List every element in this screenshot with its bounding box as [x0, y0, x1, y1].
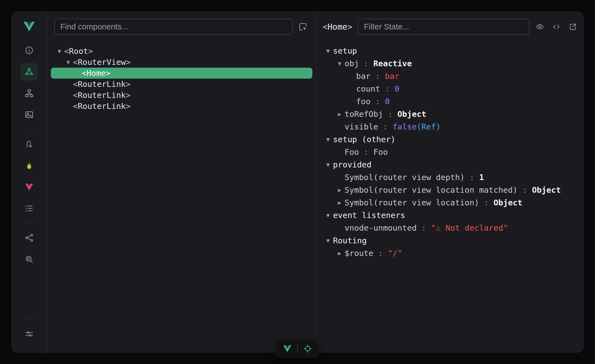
section-title: event listeners: [333, 211, 405, 220]
inspector-eye-icon: [536, 23, 544, 31]
open-external-icon: [569, 23, 577, 31]
state-row-obj[interactable]: ▼obj : Reactive: [316, 57, 584, 70]
caret-down-icon[interactable]: ▼: [55, 49, 64, 54]
state-value: Reactive: [373, 59, 412, 68]
tree-node-routerview[interactable]: ▼<RouterView>: [48, 57, 316, 68]
state-section-provided[interactable]: ▼provided: [316, 158, 584, 171]
component-tag: <RouterLink>: [73, 79, 131, 89]
state-key: foo: [356, 97, 370, 106]
state-row-symbol-router-view-location[interactable]: ▶Symbol(router view location) : Object: [316, 196, 584, 209]
state-key: visible: [345, 122, 378, 131]
tree-node-root[interactable]: ▼<Root>: [48, 46, 316, 57]
state-row-$route[interactable]: ▶$route : "/": [316, 247, 584, 260]
state-section-event-listeners[interactable]: ▼event listeners: [316, 209, 584, 222]
inspect-element-button[interactable]: [302, 343, 314, 355]
key-value-separator: :: [479, 198, 493, 207]
caret-down-icon[interactable]: ▼: [323, 162, 333, 167]
sidebar-item-assets[interactable]: [20, 106, 38, 123]
sidebar-item-timeline[interactable]: [20, 200, 38, 217]
component-tag: <RouterView>: [73, 57, 131, 67]
open-external-button[interactable]: [567, 21, 578, 32]
vue-devtools-button[interactable]: [281, 343, 293, 355]
sidebar-divider: [23, 319, 36, 319]
caret-down-icon[interactable]: ▼: [335, 61, 345, 66]
toolbar-pill: [276, 340, 319, 357]
component-search-input[interactable]: [54, 19, 293, 35]
pill-separator: [297, 345, 298, 352]
state-row-vnode-unmounted[interactable]: vnode-unmounted : "⚠ Not declared": [316, 222, 584, 234]
state-value: Object: [532, 185, 561, 195]
sidebar-item-components[interactable]: [20, 63, 38, 81]
caret-right-icon[interactable]: ▶: [335, 112, 345, 117]
state-row-foo[interactable]: Foo : Foo: [316, 146, 584, 158]
state-row-visible[interactable]: visible : false(Ref): [316, 120, 584, 133]
state-value: "⚠ Not declared": [431, 223, 508, 233]
select-component-button[interactable]: [295, 19, 310, 34]
state-key: Symbol(router view depth): [345, 173, 465, 182]
sidebar-item-inspect[interactable]: [20, 250, 38, 268]
section-title: Routing: [333, 236, 367, 245]
key-value-separator: :: [370, 71, 385, 81]
caret-down-icon[interactable]: ▼: [323, 213, 333, 218]
state-section-setup[interactable]: ▼setup: [316, 45, 584, 57]
vue-logo-icon: [283, 344, 292, 353]
state-key: count: [356, 84, 380, 93]
component-tag: <Root>: [64, 46, 93, 56]
state-row-symbol-router-view-depth[interactable]: Symbol(router view depth) : 1: [316, 171, 584, 184]
state-value: 1: [479, 173, 484, 182]
state-header-icons: [534, 21, 578, 32]
state-section-setup-other[interactable]: ▼setup (other): [316, 133, 584, 146]
code-button[interactable]: [550, 21, 562, 32]
devtools-window: ▼<Root>▼<RouterView><Home><RouterLink><R…: [11, 11, 584, 353]
sidebar-item-pinia[interactable]: [20, 157, 38, 174]
state-section-routing[interactable]: ▼Routing: [316, 234, 584, 247]
caret-right-icon[interactable]: ▶: [335, 251, 345, 256]
state-key: bar: [356, 71, 370, 81]
state-header: <Home>: [316, 11, 584, 40]
tree-node-routerlink[interactable]: <RouterLink>: [48, 90, 316, 101]
tree-node-home[interactable]: <Home>: [51, 68, 312, 79]
component-tag: <RouterLink>: [73, 101, 131, 111]
sidebar-item-graph[interactable]: [20, 229, 38, 247]
caret-right-icon[interactable]: ▶: [335, 200, 345, 205]
section-title: provided: [333, 160, 372, 169]
sidebar-item-settings[interactable]: [20, 325, 38, 343]
caret-down-icon[interactable]: ▼: [323, 238, 333, 243]
state-filter-input[interactable]: [358, 19, 530, 35]
state-value: Object: [493, 198, 522, 207]
state-row-torefobj[interactable]: ▶toRefObj : Object: [316, 108, 584, 120]
caret-down-icon[interactable]: ▼: [323, 48, 333, 54]
state-row-symbol-router-view-location-matched[interactable]: ▶Symbol(router view location matched) : …: [316, 184, 584, 196]
state-row-count[interactable]: count : 0: [316, 82, 584, 95]
tree-node-routerlink[interactable]: <RouterLink>: [48, 79, 316, 90]
settings-icon: [24, 329, 34, 339]
sidebar-item-info[interactable]: [20, 42, 38, 59]
key-value-separator: :: [417, 223, 431, 233]
caret-down-icon[interactable]: ▼: [323, 137, 333, 142]
state-key: $route: [345, 249, 373, 258]
inspector-eye-button[interactable]: [534, 21, 545, 32]
state-key: Symbol(router view location): [345, 198, 479, 207]
key-value-separator: :: [380, 84, 394, 93]
info-icon: [24, 46, 34, 55]
caret-down-icon[interactable]: ▼: [64, 60, 73, 65]
state-key: toRefObj: [345, 109, 383, 119]
caret-right-icon[interactable]: ▶: [335, 187, 345, 193]
components-icon: [24, 67, 34, 76]
sidebar-divider: [23, 223, 36, 223]
target-icon: [303, 344, 312, 353]
tree-node-routerlink[interactable]: <RouterLink>: [48, 101, 316, 112]
state-value: "/": [388, 249, 402, 258]
sidebar-item-vue-router[interactable]: [20, 178, 38, 196]
sidebar-bottom: [20, 315, 38, 345]
state-row-bar[interactable]: bar : bar: [316, 70, 584, 82]
sidebar-item-routes[interactable]: [20, 135, 38, 153]
code-icon: [552, 23, 561, 31]
sidebar-item-pages[interactable]: [20, 84, 38, 102]
state-value: (Ref): [417, 122, 441, 131]
routes-icon: [24, 139, 34, 149]
component-tag: <Home>: [82, 68, 111, 78]
state-row-foo[interactable]: foo : 0: [316, 95, 584, 108]
component-tree: ▼<Root>▼<RouterView><Home><RouterLink><R…: [48, 40, 316, 353]
state-key: obj: [345, 59, 359, 68]
